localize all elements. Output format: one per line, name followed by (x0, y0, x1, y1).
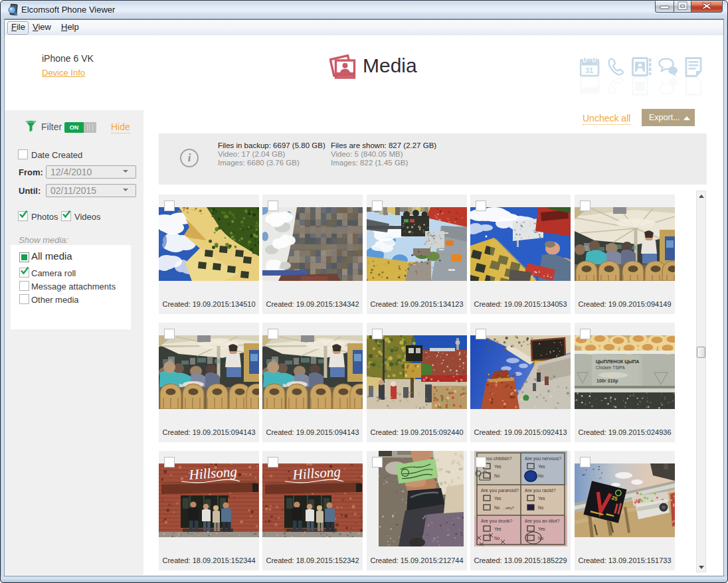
svg-text:Yes: Yes (494, 527, 501, 531)
svg-text:ЦЫПЛЕНОК ЦЫПА: ЦЫПЛЕНОК ЦЫПА (596, 359, 639, 365)
svg-text:Yes: Yes (538, 464, 545, 469)
svg-text:Are you paranoid?: Are you paranoid? (481, 488, 519, 493)
svg-text:Yes: Yes (494, 464, 501, 469)
svg-text:31: 31 (585, 66, 593, 74)
svg-text:No: No (538, 505, 544, 510)
svg-text:No: No (494, 473, 500, 478)
svg-text:No: No (494, 536, 500, 541)
svg-text:Are you nervous?: Are you nervous? (525, 456, 561, 461)
svg-text:Yes: Yes (494, 496, 501, 501)
svg-text:No: No (494, 505, 500, 510)
svg-text:, why?: , why? (503, 506, 514, 510)
svg-text:Are you drunk?: Are you drunk? (481, 519, 513, 524)
svg-text:No: No (538, 473, 544, 478)
svg-text:Are you racist?: Are you racist? (525, 488, 556, 493)
svg-text:Yes: Yes (538, 496, 545, 501)
svg-text:Are you an idiot?: Are you an idiot? (525, 519, 560, 524)
svg-text:Chicken TSIPA: Chicken TSIPA (596, 365, 625, 370)
svg-text:100г 310р: 100г 310р (596, 378, 618, 384)
svg-text:Yes: Yes (538, 527, 545, 531)
